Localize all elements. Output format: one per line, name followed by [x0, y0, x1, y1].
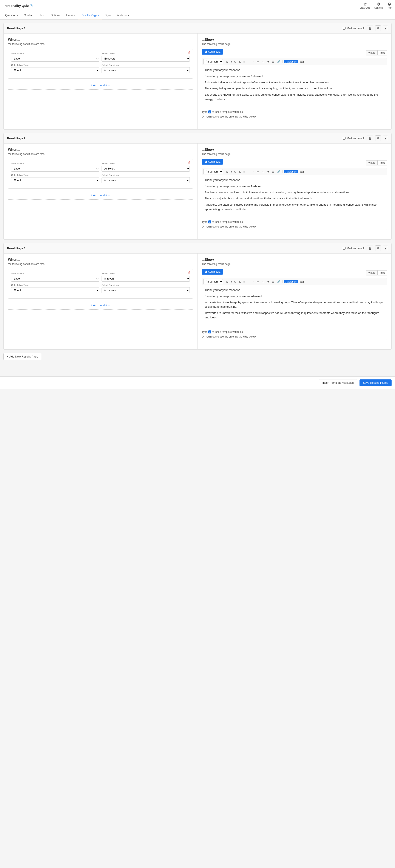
keyboard-btn-1[interactable]: ⌨ — [299, 60, 305, 64]
mark-default-1-label[interactable]: Mark as default — [343, 27, 364, 30]
tab-questions[interactable]: Questions — [2, 11, 21, 19]
copy-page-1-button[interactable]: ⧉ — [375, 25, 381, 31]
strikethrough-btn-3[interactable]: S — [238, 280, 242, 284]
bold-btn-3[interactable]: B — [225, 280, 229, 284]
text-toggle-btn-1[interactable]: Text — [377, 50, 387, 56]
editor-area-2[interactable]: Thank you for your response Based on you… — [202, 175, 387, 218]
strikethrough-btn-2[interactable]: S — [238, 170, 242, 174]
select-label-dropdown-1[interactable]: Extrovert — [102, 56, 190, 62]
editor-area-3[interactable]: Thank you for your response Based on you… — [202, 285, 387, 328]
italic-btn-2[interactable]: I — [230, 170, 233, 174]
add-condition-btn-3[interactable]: + Add condition — [91, 304, 110, 307]
visual-toggle-btn-3[interactable]: Visual — [366, 270, 377, 275]
ul-btn-1[interactable]: ≡ — [242, 60, 246, 64]
select-mode-dropdown-1[interactable]: Label — [11, 56, 100, 62]
add-media-btn-3[interactable]: 🖼 Add media — [202, 269, 223, 275]
mark-default-3-label[interactable]: Mark as default — [343, 247, 364, 250]
variables-btn-3[interactable]: / Variables — [284, 280, 298, 283]
format-select-1[interactable]: Paragraph — [203, 59, 223, 64]
link-btn-1[interactable]: 🔗 — [276, 60, 281, 64]
align-right-btn-2[interactable]: ➡ — [266, 170, 270, 174]
expand-page-2-button[interactable]: ▾ — [383, 135, 388, 141]
calc-type-dropdown-2[interactable]: Count — [11, 177, 100, 183]
copy-page-3-button[interactable]: ⧉ — [375, 245, 381, 251]
ul-btn-2[interactable]: ≡ — [242, 170, 246, 174]
blockquote-btn-2[interactable]: " — [252, 170, 255, 174]
select-condition-dropdown-1[interactable]: is maximum — [102, 67, 190, 73]
save-results-pages-button[interactable]: Save Results Pages — [360, 379, 392, 386]
calc-type-dropdown-1[interactable]: Count — [11, 67, 100, 73]
view-quiz-action[interactable]: View Quiz — [360, 2, 370, 9]
strikethrough-btn-1[interactable]: S — [238, 60, 242, 64]
align-right-btn-3[interactable]: ➡ — [266, 280, 270, 284]
ol-btn-2[interactable]: ⋮ — [247, 170, 252, 174]
redirect-input-1[interactable] — [202, 119, 387, 125]
variables-btn-2[interactable]: / Variables — [284, 170, 298, 174]
mark-default-2-label[interactable]: Mark as default — [343, 137, 364, 140]
align-center-btn-1[interactable]: ↔ — [260, 60, 265, 64]
italic-btn-1[interactable]: I — [230, 60, 233, 64]
justify-btn-1[interactable]: ☰ — [271, 60, 275, 64]
calc-type-dropdown-3[interactable]: Count — [11, 287, 100, 293]
align-left-btn-1[interactable]: ⬅ — [255, 60, 260, 64]
align-left-btn-2[interactable]: ⬅ — [255, 170, 260, 174]
underline-btn-3[interactable]: U — [233, 280, 237, 284]
add-condition-btn-2[interactable]: + Add condition — [91, 193, 110, 197]
mark-default-3-checkbox[interactable] — [343, 247, 345, 250]
keyboard-btn-3[interactable]: ⌨ — [299, 280, 305, 284]
format-select-2[interactable]: Paragraph — [203, 169, 223, 174]
editor-area-1[interactable]: Thank you for your response Based on you… — [202, 65, 387, 108]
select-mode-dropdown-3[interactable]: Label — [11, 276, 100, 282]
delete-page-2-button[interactable]: 🗑 — [367, 135, 373, 141]
copy-page-2-button[interactable]: ⧉ — [375, 135, 381, 141]
ol-btn-1[interactable]: ⋮ — [247, 60, 252, 64]
blockquote-btn-3[interactable]: " — [252, 280, 255, 284]
tab-options[interactable]: Options — [48, 11, 63, 19]
select-label-dropdown-2[interactable]: Ambivert — [102, 166, 190, 172]
tab-emails[interactable]: Emails — [63, 11, 78, 19]
delete-page-3-button[interactable]: 🗑 — [367, 246, 373, 251]
text-toggle-btn-3[interactable]: Text — [377, 270, 387, 275]
align-left-btn-3[interactable]: ⬅ — [255, 280, 260, 284]
edit-icon[interactable]: ✎ — [30, 4, 33, 7]
tab-text[interactable]: Text — [36, 11, 48, 19]
mark-default-2-checkbox[interactable] — [343, 137, 345, 140]
ol-btn-3[interactable]: ⋮ — [247, 280, 252, 284]
link-btn-3[interactable]: 🔗 — [276, 280, 281, 284]
underline-btn-2[interactable]: U — [233, 170, 237, 174]
delete-condition-1-btn[interactable]: 🗑 — [188, 51, 191, 55]
insert-template-variables-button[interactable]: Insert Template Variables — [319, 379, 357, 386]
bold-btn-1[interactable]: B — [225, 60, 229, 64]
select-mode-dropdown-2[interactable]: Label — [11, 166, 100, 172]
tab-results-pages[interactable]: Results Pages — [78, 11, 102, 19]
justify-btn-2[interactable]: ☰ — [271, 170, 275, 174]
delete-condition-2-btn[interactable]: 🗑 — [188, 161, 191, 165]
delete-condition-3-btn[interactable]: 🗑 — [188, 271, 191, 275]
redirect-input-2[interactable] — [202, 229, 387, 235]
delete-page-1-button[interactable]: 🗑 — [367, 26, 373, 31]
align-center-btn-2[interactable]: ↔ — [260, 170, 265, 174]
select-condition-dropdown-2[interactable]: is maximum — [102, 177, 190, 183]
visual-toggle-btn-2[interactable]: Visual — [366, 160, 377, 165]
italic-btn-3[interactable]: I — [230, 280, 233, 284]
justify-btn-3[interactable]: ☰ — [271, 280, 275, 284]
tab-contact[interactable]: Contact — [21, 11, 36, 19]
add-media-btn-1[interactable]: 🖼 Add media — [202, 49, 223, 55]
visual-toggle-btn-1[interactable]: Visual — [366, 50, 377, 56]
ul-btn-3[interactable]: ≡ — [242, 280, 246, 284]
settings-action[interactable]: Settings — [374, 2, 383, 9]
variables-btn-1[interactable]: / Variables — [284, 60, 298, 63]
blockquote-btn-1[interactable]: " — [252, 60, 255, 64]
align-right-btn-1[interactable]: ➡ — [266, 60, 270, 64]
help-action[interactable]: Help — [387, 2, 392, 9]
keyboard-btn-2[interactable]: ⌨ — [299, 170, 305, 174]
select-label-dropdown-3[interactable]: Introvert — [102, 276, 190, 282]
text-toggle-btn-2[interactable]: Text — [377, 160, 387, 165]
underline-btn-1[interactable]: U — [233, 60, 237, 64]
link-btn-2[interactable]: 🔗 — [276, 170, 281, 174]
mark-default-1-checkbox[interactable] — [343, 27, 345, 30]
tab-style[interactable]: Style — [102, 11, 114, 19]
add-condition-btn-1[interactable]: + Add condition — [91, 84, 110, 87]
redirect-input-3[interactable] — [202, 339, 387, 345]
expand-page-1-button[interactable]: ▾ — [383, 26, 388, 31]
